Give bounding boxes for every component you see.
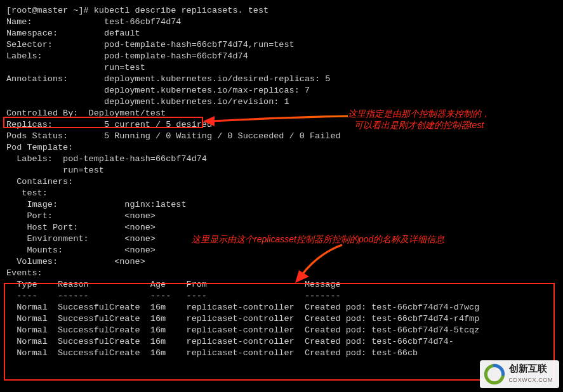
terminal-line: run=test (6, 62, 557, 74)
terminal-line: ---- ------ ---- ---- ------- (6, 291, 557, 302)
terminal-line: [root@master ~]# kubectl describe replic… (6, 5, 557, 16)
terminal-line: run=test (6, 165, 557, 176)
watermark-logo-icon (484, 363, 505, 385)
terminal-line: Name: test-66cbf74d74 (6, 16, 557, 28)
terminal-line: Mounts: <none> (6, 245, 557, 256)
terminal-line: Type Reason Age From Message (6, 279, 557, 291)
terminal-line: Containers: (6, 176, 557, 188)
terminal-line: Labels: pod-template-hash=66cbf74d74 (6, 51, 557, 62)
terminal-line: Normal SuccessfulCreate 16m replicaset-c… (6, 348, 557, 359)
terminal-line: deployment.kubernetes.io/revision: 1 (6, 96, 557, 108)
terminal-line: Normal SuccessfulCreate 16m replicaset-c… (6, 325, 557, 336)
terminal-line: deployment.kubernetes.io/max-replicas: 7 (6, 85, 557, 96)
terminal-line: test: (6, 188, 557, 199)
terminal-line: Host Port: <none> (6, 222, 557, 233)
annotation-top: 这里指定是由那个控制器来控制的， 可以看出是刚才创建的控制器test (348, 108, 490, 131)
terminal-line: Labels: pod-template-hash=66cbf74d74 (6, 154, 557, 165)
terminal-line: Port: <none> (6, 211, 557, 222)
watermark-sub: CDXWCX.COM (509, 374, 553, 386)
terminal-line: Annotations: deployment.kubernetes.io/de… (6, 74, 557, 85)
terminal-line: Volumes: <none> (6, 256, 557, 268)
terminal-line: Namespace: default (6, 28, 557, 39)
terminal-line: Normal SuccessfulCreate 16m replicaset-c… (6, 336, 557, 348)
terminal-line: Normal SuccessfulCreate 16m replicaset-c… (6, 313, 557, 325)
terminal-line: Normal SuccessfulCreate 16m replicaset-c… (6, 302, 557, 313)
terminal-line: Image: nginx:latest (6, 199, 557, 211)
watermark-brand: 创新互联 (509, 363, 547, 374)
watermark: 创新互联 CDXWCX.COM (480, 360, 560, 388)
terminal-line: Pod Template: (6, 142, 557, 154)
terminal-output: [root@master ~]# kubectl describe replic… (6, 5, 557, 359)
terminal-line: Selector: pod-template-hash=66cbf74d74,r… (6, 39, 557, 51)
annotation-middle: 这里显示由这个replicasset控制器所控制的pod的名称及详细信息 (192, 233, 444, 245)
terminal-line: Pods Status: 5 Running / 0 Waiting / 0 S… (6, 131, 557, 142)
terminal-line: Events: (6, 268, 557, 279)
